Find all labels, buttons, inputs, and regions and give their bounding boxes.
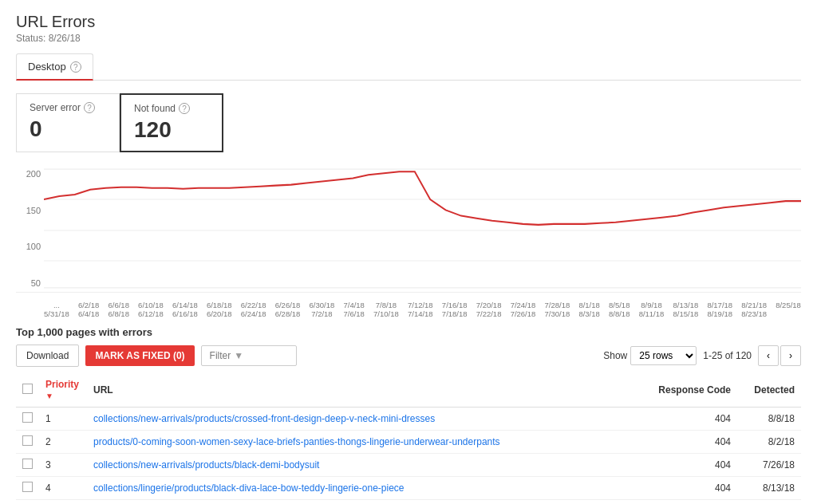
row-detected-3: 8/13/18 <box>737 477 801 500</box>
x-label-17: 8/5/188/8/18 <box>609 301 630 318</box>
row-checkbox-0[interactable] <box>16 408 39 431</box>
chart-container: 200 150 100 50 ...5/31/18 6 <box>16 165 801 321</box>
row-url-2[interactable]: collections/new-arrivals/products/black-… <box>87 454 649 477</box>
filter-icon: ▼ <box>234 350 243 361</box>
table-body: 1 collections/new-arrivals/products/cros… <box>16 408 801 505</box>
chart-x-labels: ...5/31/18 6/2/186/4/18 6/6/186/8/18 6/1… <box>44 301 801 321</box>
x-label-16: 8/1/188/3/18 <box>578 301 599 318</box>
header-response: Response Code <box>649 373 737 408</box>
row-checkbox-2[interactable] <box>16 454 39 477</box>
row-response-3: 404 <box>649 477 737 500</box>
x-label-12: 7/16/187/18/18 <box>442 301 468 318</box>
header-checkbox[interactable] <box>16 373 39 408</box>
tab-desktop[interactable]: Desktop ? <box>16 53 93 81</box>
row-priority-1: 2 <box>39 431 87 454</box>
row-priority-2: 3 <box>39 454 87 477</box>
table-row: 2 products/0-coming-soon-women-sexy-lace… <box>16 431 801 454</box>
rows-select[interactable]: 25 rows 50 rows 100 rows <box>630 346 697 365</box>
x-label-9: 7/4/187/6/18 <box>343 301 364 318</box>
stats-row: Server error ? 0 Not found ? 120 <box>16 93 801 152</box>
tab-desktop-label: Desktop <box>28 61 66 73</box>
pagination: Show 25 rows 50 rows 100 rows 1-25 of 12… <box>603 345 801 366</box>
x-label-20: 8/17/188/19/18 <box>707 301 732 318</box>
x-label-19: 8/13/188/15/18 <box>673 301 699 318</box>
server-error-stat[interactable]: Server error ? 0 <box>16 93 120 152</box>
x-label-0: ...5/31/18 <box>44 301 69 318</box>
mark-fixed-button[interactable]: MARK AS FIXED (0) <box>85 345 194 366</box>
x-label-1: 6/2/186/4/18 <box>78 301 99 318</box>
row-response-1: 404 <box>649 431 737 454</box>
filter-box[interactable]: Filter ▼ <box>201 345 297 366</box>
row-checkbox-1[interactable] <box>16 431 39 454</box>
row-priority-4: 5 <box>39 500 87 505</box>
row-detected-2: 7/26/18 <box>737 454 801 477</box>
errors-table: Priority ▼ URL Response Code Detected 1 … <box>16 373 801 504</box>
x-label-11: 7/12/187/14/18 <box>408 301 433 318</box>
x-label-22: 8/25/18 <box>776 301 801 318</box>
chart-y-labels: 200 150 100 50 <box>16 165 44 292</box>
next-page-button[interactable]: › <box>780 345 801 366</box>
x-label-10: 7/8/187/10/18 <box>373 301 399 318</box>
row-detected-1: 8/2/18 <box>737 431 801 454</box>
row-url-4[interactable]: blog <box>87 500 649 505</box>
download-button[interactable]: Download <box>16 345 79 367</box>
header-url: URL <box>87 373 649 408</box>
chart-svg-wrapper <box>44 165 801 292</box>
server-error-value: 0 <box>30 116 106 142</box>
row-priority-0: 1 <box>39 408 87 431</box>
row-detected-4: 8/12/18 <box>737 500 801 505</box>
x-label-3: 6/10/186/12/18 <box>138 301 164 318</box>
row-response-4: 404 <box>649 500 737 505</box>
y-label-100: 100 <box>16 242 44 251</box>
table-row: 5 blog 404 8/12/18 <box>16 500 801 505</box>
server-error-label: Server error ? <box>30 102 106 113</box>
server-error-help-icon[interactable]: ? <box>84 102 95 113</box>
row-detected-0: 8/8/18 <box>737 408 801 431</box>
x-label-2: 6/6/186/8/18 <box>109 301 129 318</box>
x-label-5: 6/18/186/20/18 <box>207 301 232 318</box>
row-url-0[interactable]: collections/new-arrivals/products/crosse… <box>87 408 649 431</box>
table-row: 1 collections/new-arrivals/products/cros… <box>16 408 801 431</box>
chart-svg <box>44 165 801 292</box>
not-found-label: Not found ? <box>134 103 209 114</box>
tabs-bar: Desktop ? <box>16 53 801 81</box>
x-label-8: 6/30/187/2/18 <box>310 301 335 318</box>
select-all-checkbox[interactable] <box>22 384 33 394</box>
header-priority[interactable]: Priority ▼ <box>39 373 87 408</box>
x-label-18: 8/9/188/11/18 <box>639 301 665 318</box>
x-label-4: 6/14/186/16/18 <box>172 301 198 318</box>
row-checkbox-4[interactable] <box>16 500 39 505</box>
prev-page-button[interactable]: ‹ <box>758 345 779 366</box>
not-found-stat[interactable]: Not found ? 120 <box>120 93 223 152</box>
x-label-15: 7/28/187/30/18 <box>545 301 570 318</box>
table-row: 3 collections/new-arrivals/products/blac… <box>16 454 801 477</box>
x-label-21: 8/21/188/23/18 <box>741 301 767 318</box>
not-found-help-icon[interactable]: ? <box>179 103 190 114</box>
row-url-1[interactable]: products/0-coming-soon-women-sexy-lace-b… <box>87 431 649 454</box>
chart-area: 200 150 100 50 <box>16 165 801 293</box>
row-checkbox-3[interactable] <box>16 477 39 500</box>
show-label: Show <box>603 350 627 361</box>
x-label-13: 7/20/187/22/18 <box>476 301 502 318</box>
header-detected: Detected <box>737 373 801 408</box>
section-title: Top 1,000 pages with errors <box>16 326 801 338</box>
pagination-label: 1-25 of 120 <box>703 350 752 361</box>
y-label-50: 50 <box>16 278 44 288</box>
x-label-7: 6/26/186/28/18 <box>275 301 301 318</box>
tab-desktop-help-icon[interactable]: ? <box>70 61 81 73</box>
row-response-0: 404 <box>649 408 737 431</box>
x-label-14: 7/24/187/26/18 <box>511 301 536 318</box>
y-label-200: 200 <box>16 169 44 179</box>
page-nav: ‹ › <box>758 345 801 366</box>
table-toolbar: Download MARK AS FIXED (0) Filter ▼ Show… <box>16 345 801 367</box>
x-label-6: 6/22/186/24/18 <box>241 301 266 318</box>
y-label-150: 150 <box>16 206 44 215</box>
not-found-value: 120 <box>134 117 209 143</box>
sort-icon: ▼ <box>45 392 53 400</box>
table-header-row: Priority ▼ URL Response Code Detected <box>16 373 801 408</box>
row-url-3[interactable]: collections/lingerie/products/black-diva… <box>87 477 649 500</box>
row-priority-3: 4 <box>39 477 87 500</box>
row-response-2: 404 <box>649 454 737 477</box>
table-row: 4 collections/lingerie/products/black-di… <box>16 477 801 500</box>
page-status: Status: 8/26/18 <box>16 33 801 44</box>
